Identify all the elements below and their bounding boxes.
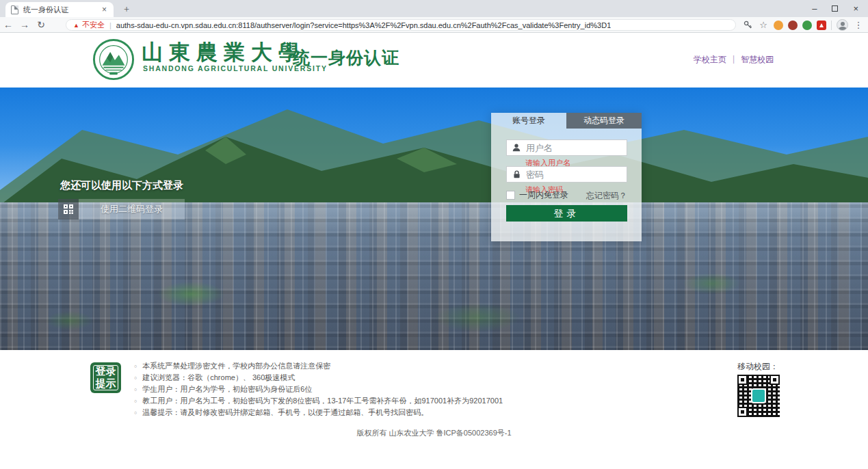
hero-banner: 您还可以使用以下方式登录 使用二维码登录 账号登录 动态码登录 bbox=[0, 88, 868, 350]
tip-item: 建议浏览器：谷歌（chrome）、 360极速模式 bbox=[134, 372, 503, 384]
forward-button[interactable]: → bbox=[16, 19, 33, 30]
omnibox-separator: | bbox=[109, 21, 111, 29]
qr-login-label: 使用二维码登录 bbox=[79, 203, 185, 215]
user-icon bbox=[507, 143, 526, 152]
site-header: 山東農業大學 SHANDONG AGRICULTURAL UNIVERSITY … bbox=[0, 33, 868, 88]
login-tips-badge-text: 登录 提示 bbox=[93, 365, 118, 390]
tab-title: 统一身份认证 bbox=[23, 5, 101, 15]
qr-center-app-icon bbox=[751, 388, 766, 403]
browser-tabstrip: 统一身份认证 × ＋ – × bbox=[0, 0, 868, 17]
remember-label: 一周内免登录 bbox=[519, 189, 568, 201]
qr-finder-icon bbox=[737, 407, 748, 417]
copyright-text: 版权所有 山东农业大学 鲁ICP备05002369号-1 bbox=[0, 428, 868, 438]
login-button[interactable]: 登录 bbox=[506, 205, 627, 222]
username-field[interactable] bbox=[506, 139, 627, 156]
reload-button[interactable]: ↻ bbox=[33, 19, 49, 30]
browser-menu-icon[interactable]: ⋮ bbox=[853, 20, 864, 31]
password-field[interactable] bbox=[506, 166, 627, 183]
links-divider: | bbox=[733, 54, 735, 66]
toolbar-right-icons: ☆ ⋮ bbox=[742, 17, 864, 33]
browser-tab[interactable]: 统一身份认证 × bbox=[5, 2, 114, 17]
smart-campus-link[interactable]: 智慧校园 bbox=[741, 54, 774, 66]
qr-finder-icon bbox=[737, 375, 748, 385]
bookmark-star-icon[interactable]: ☆ bbox=[758, 20, 769, 31]
security-warning-icon[interactable]: ▲ bbox=[73, 22, 79, 29]
extension-icon[interactable] bbox=[788, 21, 798, 30]
qr-login-button[interactable]: 使用二维码登录 bbox=[58, 199, 185, 219]
system-title: 统一身份认证 bbox=[293, 46, 399, 69]
pdf-extension-icon[interactable] bbox=[817, 21, 826, 30]
browser-window: 统一身份认证 × ＋ – × ← → ↻ ▲ 不安全 | auths-sdau-… bbox=[0, 0, 868, 469]
page-footer: 登录 提示 本系统严禁处理涉密文件，学校内部办公信息请注意保密 建议浏览器：谷歌… bbox=[0, 350, 868, 469]
tab-close-icon[interactable]: × bbox=[101, 5, 108, 14]
toolbar-divider bbox=[831, 21, 832, 30]
login-tabs: 账号登录 动态码登录 bbox=[491, 113, 642, 129]
minimize-button[interactable]: – bbox=[812, 0, 817, 17]
maximize-icon bbox=[832, 5, 838, 12]
username-input[interactable] bbox=[526, 143, 622, 153]
tip-item: 本系统严禁处理涉密文件，学校内部办公信息请注意保密 bbox=[134, 360, 503, 372]
login-panel: 账号登录 动态码登录 请输入用户名 请输入密码 一周内免登录 忘记密 bbox=[491, 113, 642, 241]
security-warning-label[interactable]: 不安全 bbox=[82, 20, 105, 30]
new-tab-button[interactable]: ＋ bbox=[120, 3, 133, 15]
tip-item: 学生用户：用户名为学号，初始密码为身份证后6位 bbox=[134, 384, 503, 395]
login-tips-badge: 登录 提示 bbox=[90, 362, 121, 393]
alt-login-title: 您还可以使用以下方式登录 bbox=[60, 179, 183, 192]
qr-finder-icon bbox=[770, 375, 780, 385]
badge-line1: 登录 bbox=[94, 366, 118, 378]
university-name-cn: 山東農業大學 bbox=[142, 38, 306, 67]
tab-account-login[interactable]: 账号登录 bbox=[491, 113, 566, 129]
password-input[interactable] bbox=[526, 170, 622, 180]
mobile-campus-label: 移动校园： bbox=[737, 361, 778, 373]
address-bar[interactable]: ▲ 不安全 | auths-sdau-edu-cn.vpn.sdau.edu.c… bbox=[66, 19, 736, 31]
forgot-password-link[interactable]: 忘记密码？ bbox=[586, 190, 627, 202]
profile-avatar[interactable] bbox=[837, 19, 848, 31]
login-tips-list: 本系统严禁处理涉密文件，学校内部办公信息请注意保密 建议浏览器：谷歌（chrom… bbox=[134, 360, 503, 418]
remember-checkbox[interactable] bbox=[506, 191, 515, 200]
school-home-link[interactable]: 学校主页 bbox=[694, 54, 726, 66]
cityscape bbox=[0, 202, 868, 350]
browser-toolbar: ← → ↻ ▲ 不安全 | auths-sdau-edu-cn.vpn.sdau… bbox=[0, 17, 868, 33]
tip-item: 温馨提示：请及时修改密码并绑定邮箱、手机号，以便于通过邮箱、手机号找回密码。 bbox=[134, 407, 503, 418]
mobile-campus-qr-code bbox=[737, 375, 780, 417]
university-logo bbox=[92, 38, 135, 81]
remember-row: 一周内免登录 忘记密码？ bbox=[506, 189, 627, 200]
tip-item: 教工用户：用户名为工号，初始密码为下发的8位密码，13-17年工号需补齐年份，如… bbox=[134, 395, 503, 407]
back-button[interactable]: ← bbox=[0, 19, 16, 30]
header-links: 学校主页 | 智慧校园 bbox=[694, 54, 774, 66]
extension-icon[interactable] bbox=[802, 21, 812, 30]
url-text[interactable]: auths-sdau-edu-cn.vpn.sdau.edu.cn:8118/a… bbox=[116, 21, 611, 29]
close-window-button[interactable]: × bbox=[853, 0, 858, 17]
badge-line2: 提示 bbox=[94, 378, 118, 390]
tab-dynamic-code-login[interactable]: 动态码登录 bbox=[566, 113, 642, 129]
page-favicon-icon bbox=[11, 5, 18, 14]
lock-icon bbox=[507, 170, 526, 179]
window-controls: – × bbox=[812, 0, 864, 17]
password-key-icon[interactable] bbox=[742, 20, 753, 31]
qr-code-icon bbox=[58, 199, 79, 219]
extension-icon[interactable] bbox=[774, 21, 783, 30]
maximize-button[interactable] bbox=[832, 0, 838, 17]
